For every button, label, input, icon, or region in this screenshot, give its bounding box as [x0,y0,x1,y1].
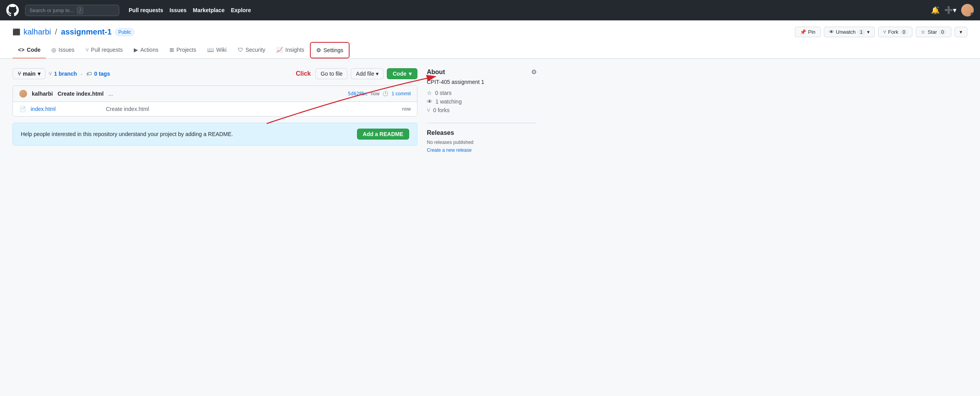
tab-actions[interactable]: ▶ Actions [128,42,164,58]
marketplace-link[interactable]: Marketplace [193,7,225,13]
repo-owner-link[interactable]: kalharbi [24,27,51,36]
commit-sha-link[interactable]: 5d628bc [348,91,368,96]
github-logo[interactable] [6,4,19,16]
tab-projects[interactable]: ⊞ Projects [164,42,202,58]
fork-count: 0 [900,29,908,35]
top-nav: Search or jump to... / Pull requests Iss… [0,0,980,20]
eye-stat-icon: 👁 [427,98,432,105]
add-menu-button[interactable]: ➕▾ [944,6,956,15]
releases-empty-text: No releases published [427,140,537,145]
repo-name-link[interactable]: assignment-1 [61,27,112,36]
commit-header-row: kalharbi Create index.html ... 5d628bc n… [13,86,417,102]
star-stat-icon: ☆ [427,90,432,96]
branch-icon: ⑂ [18,71,21,77]
nav-right: 🔔 ➕▾ [931,4,974,16]
watching-label: 1 watching [435,98,462,105]
actions-icon: ▶ [134,47,138,53]
unwatch-label: Unwatch [836,29,856,35]
star-count: 0 [939,29,946,35]
about-stats: ☆ 0 stars 👁 1 watching ⑂ 0 forks [427,90,537,113]
commit-time: now [371,91,379,96]
code-dropdown-button[interactable]: Code ▾ [387,68,417,79]
issues-icon: ◎ [51,47,56,53]
pin-icon: 📌 [800,29,806,35]
avatar[interactable] [961,4,974,16]
about-gear-icon[interactable]: ⚙ [531,68,537,76]
star-button[interactable]: ☆ Star 0 [916,27,951,37]
file-commit-message: Create index.html [106,106,397,112]
search-box[interactable]: Search or jump to... / [25,5,119,16]
notifications-button[interactable]: 🔔 [931,6,940,15]
unwatch-count: 1 [858,29,865,35]
projects-icon: ⊞ [169,47,174,53]
search-placeholder: Search or jump to... [29,7,74,13]
sidebar-divider [427,123,537,123]
pr-icon: ⑂ [86,47,89,53]
branch-selector-button[interactable]: ⑂ main ▾ [13,68,46,79]
author-avatar [19,90,27,98]
table-row: 📄 index.html Create index.html now [13,102,417,116]
search-shortcut: / [77,7,83,14]
commit-author: kalharbi [32,91,53,97]
explore-link[interactable]: Explore [231,7,251,13]
nav-links: Pull requests Issues Marketplace Explore [129,7,251,13]
wiki-icon: 📖 [207,47,214,53]
about-header: About ⚙ [427,68,537,76]
right-sidebar: About ⚙ CPIT-405 assignment 1 ☆ 0 stars … [427,68,537,153]
unwatch-chevron: ▾ [867,29,870,35]
add-file-button[interactable]: Add file ▾ [351,68,384,79]
security-icon: 🛡 [238,47,243,53]
star-icon: ☆ [921,29,925,35]
pin-button[interactable]: 📌 Pin [795,27,821,37]
about-title: About [427,69,445,76]
file-name-link[interactable]: index.html [31,106,101,112]
branch-actions: Click Go to file Add file ▾ Code ▾ [296,68,417,79]
go-to-file-button[interactable]: Go to file [315,68,348,79]
fork-button[interactable]: ⑂ Fork 0 [878,27,913,37]
create-release-link[interactable]: Create a new release [427,147,472,153]
tab-wiki[interactable]: 📖 Wiki [202,42,232,58]
about-section: About ⚙ CPIT-405 assignment 1 ☆ 0 stars … [427,68,537,113]
star-dropdown-button[interactable]: ▾ [954,27,967,37]
branch-count-link[interactable]: 1 branch [54,71,77,77]
branch-info: ⑂ 1 branch · 🏷 0 tags [49,71,110,77]
settings-icon: ⚙ [316,47,321,53]
tab-code[interactable]: <> Code [13,42,46,58]
eye-icon: 👁 [829,29,834,35]
repo-icon: ⬛ [13,28,20,36]
file-time: now [402,106,411,112]
tab-issues[interactable]: ◎ Issues [46,42,80,58]
commit-meta: 5d628bc now 🕐 1 commit [348,91,411,96]
fork-icon: ⑂ [883,29,886,35]
commit-count-link[interactable]: 1 commit [392,91,411,96]
tab-pull-requests[interactable]: ⑂ Pull requests [80,42,128,58]
unwatch-button[interactable]: 👁 Unwatch 1 ▾ [824,27,875,37]
click-label: Click [296,70,311,77]
about-description: CPIT-405 assignment 1 [427,79,537,85]
repo-separator: / [55,27,57,36]
tag-count-link[interactable]: 0 tags [94,71,110,77]
commit-dots[interactable]: ... [108,91,113,97]
issues-link[interactable]: Issues [169,7,187,13]
branch-chevron: ▾ [38,71,40,77]
repo-actions: 📌 Pin 👁 Unwatch 1 ▾ ⑂ Fork 0 ☆ Star [795,27,967,37]
releases-title: Releases [427,129,537,136]
tab-security[interactable]: 🛡 Security [232,42,271,58]
add-readme-button[interactable]: Add a README [357,129,409,140]
repo-title-row: ⬛ kalharbi / assignment-1 Public 📌 Pin 👁… [13,27,967,37]
fork-stat-icon: ⑂ [427,107,430,113]
stars-stat: ☆ 0 stars [427,90,537,96]
readme-banner-text: Help people interested in this repositor… [21,131,352,137]
tab-insights[interactable]: 📈 Insights [271,42,310,58]
fork-label: Fork [888,29,898,35]
watching-stat: 👁 1 watching [427,98,537,105]
branch-name: main [23,71,36,77]
star-label: Star [927,29,937,35]
file-table: kalharbi Create index.html ... 5d628bc n… [13,85,417,116]
avatar-status-dot [971,13,974,16]
tab-settings[interactable]: ⚙ Settings [310,42,350,58]
insights-icon: 📈 [276,47,283,53]
pin-label: Pin [808,29,816,35]
pull-requests-link[interactable]: Pull requests [129,7,163,13]
code-icon: <> [18,47,24,53]
